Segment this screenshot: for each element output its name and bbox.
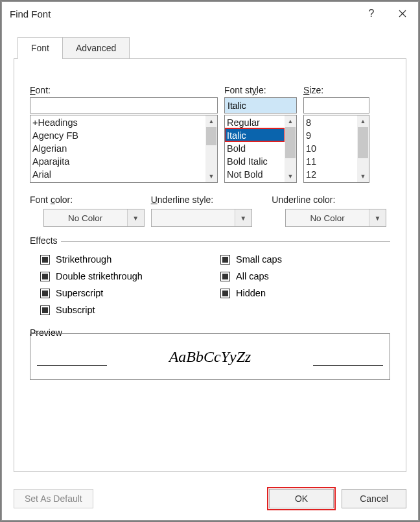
preview-sample: AaBbCcYyZz bbox=[169, 348, 251, 366]
effect-label: All caps bbox=[236, 271, 269, 281]
size-scrollbar[interactable]: ▲ ▼ bbox=[357, 115, 369, 182]
chevron-down-icon: ▼ bbox=[235, 209, 251, 226]
set-as-default-button[interactable]: Set As Default bbox=[14, 489, 93, 508]
list-item[interactable]: Arial bbox=[30, 167, 205, 180]
checkbox-icon bbox=[40, 272, 50, 281]
font-label: Font: bbox=[30, 85, 218, 95]
scroll-down-icon[interactable]: ▼ bbox=[285, 171, 296, 182]
checkbox-icon bbox=[40, 305, 50, 315]
size-input[interactable] bbox=[303, 97, 369, 113]
effect-label: Small caps bbox=[236, 254, 282, 265]
list-item[interactable]: Bold Italic bbox=[225, 154, 285, 167]
tab-panel-font: Font: +HeadingsAgency FBAlgerianAparajit… bbox=[14, 58, 406, 472]
underline-color-combo[interactable]: No Color ▼ bbox=[285, 209, 386, 227]
list-item[interactable]: Regular bbox=[225, 115, 285, 128]
font-color-label: Font color: bbox=[30, 195, 148, 205]
effect-label: Subscript bbox=[56, 305, 95, 315]
effect-label: Strikethrough bbox=[56, 254, 111, 265]
tab-advanced[interactable]: Advanced bbox=[62, 37, 130, 59]
underline-style-combo[interactable]: ▼ bbox=[151, 209, 252, 227]
list-item[interactable]: 8 bbox=[304, 115, 357, 128]
list-item[interactable]: Agency FB bbox=[30, 128, 205, 141]
font-style-label: Font style: bbox=[224, 85, 297, 95]
effect-checkbox[interactable]: Double strikethrough bbox=[40, 271, 210, 281]
font-list-items: +HeadingsAgency FBAlgerianAparajitaArial bbox=[30, 115, 205, 182]
scroll-thumb[interactable] bbox=[358, 127, 368, 158]
font-style-input[interactable] bbox=[224, 97, 297, 113]
size-list-items: 89101112 bbox=[304, 115, 357, 182]
scroll-up-icon[interactable]: ▲ bbox=[205, 115, 217, 127]
list-item[interactable]: Algerian bbox=[30, 141, 205, 154]
scroll-thumb[interactable] bbox=[285, 127, 296, 158]
effect-checkbox[interactable]: Subscript bbox=[40, 305, 210, 315]
dialog-title: Find Font bbox=[10, 8, 51, 19]
scroll-thumb[interactable] bbox=[206, 127, 216, 145]
scroll-up-icon[interactable]: ▲ bbox=[357, 115, 369, 127]
list-item[interactable]: Aparajita bbox=[30, 154, 205, 167]
checkbox-icon bbox=[40, 289, 50, 298]
tab-font[interactable]: Font bbox=[18, 37, 63, 59]
effects-col-left: StrikethroughDouble strikethroughSupersc… bbox=[30, 252, 210, 322]
dialog-footer: Set As Default OK Cancel bbox=[14, 489, 406, 508]
font-input[interactable] bbox=[30, 97, 218, 113]
effect-checkbox[interactable]: Strikethrough bbox=[40, 254, 210, 265]
scroll-down-icon[interactable]: ▼ bbox=[357, 171, 369, 182]
checkbox-icon bbox=[220, 255, 230, 265]
effect-checkbox[interactable]: Small caps bbox=[220, 254, 390, 265]
close-icon bbox=[399, 10, 406, 18]
effect-checkbox[interactable]: Superscript bbox=[40, 288, 210, 298]
font-color-value: No Color bbox=[44, 213, 127, 223]
find-font-dialog: Find Font ? Font Advanced Font: +Heading… bbox=[1, 1, 419, 521]
checkbox-icon bbox=[220, 289, 230, 298]
list-item[interactable]: 9 bbox=[304, 128, 357, 141]
effect-label: Hidden bbox=[236, 288, 266, 298]
effects-legend: Effects bbox=[30, 235, 61, 246]
tab-strip: Font Advanced bbox=[18, 37, 418, 59]
font-style-list-items: RegularItalicBoldBold ItalicNot Bold bbox=[225, 115, 285, 182]
font-scrollbar[interactable]: ▲ ▼ bbox=[205, 115, 217, 182]
chevron-down-icon: ▼ bbox=[127, 209, 144, 226]
list-item[interactable]: Bold bbox=[225, 141, 285, 154]
close-button[interactable] bbox=[387, 2, 418, 25]
font-style-listbox[interactable]: RegularItalicBoldBold ItalicNot Bold ▲ ▼ bbox=[224, 115, 297, 183]
font-color-combo[interactable]: No Color ▼ bbox=[43, 209, 145, 227]
list-item[interactable]: Not Bold bbox=[225, 167, 285, 180]
list-item[interactable]: 12 bbox=[304, 167, 357, 180]
checkbox-icon bbox=[220, 272, 230, 281]
size-listbox[interactable]: 89101112 ▲ ▼ bbox=[303, 115, 369, 183]
effect-checkbox[interactable]: All caps bbox=[220, 271, 390, 281]
underline-color-label: Underline color: bbox=[272, 195, 390, 205]
effect-label: Superscript bbox=[56, 288, 103, 298]
list-item[interactable]: 10 bbox=[304, 141, 357, 154]
underline-style-label: Underline style: bbox=[151, 195, 270, 205]
size-label: Size: bbox=[303, 85, 369, 95]
effect-checkbox[interactable]: Hidden bbox=[220, 288, 390, 298]
list-item[interactable]: Italic bbox=[225, 128, 285, 141]
checkbox-icon bbox=[40, 255, 50, 265]
list-item[interactable]: +Headings bbox=[30, 115, 205, 128]
help-button[interactable]: ? bbox=[356, 2, 387, 25]
font-listbox[interactable]: +HeadingsAgency FBAlgerianAparajitaArial… bbox=[30, 115, 218, 183]
preview-box: AaBbCcYyZz bbox=[30, 333, 390, 380]
style-scrollbar[interactable]: ▲ ▼ bbox=[285, 115, 296, 182]
scroll-up-icon[interactable]: ▲ bbox=[285, 115, 296, 127]
underline-color-value: No Color bbox=[286, 213, 369, 223]
titlebar: Find Font ? bbox=[2, 2, 418, 25]
tab-font-label: Font bbox=[31, 43, 49, 53]
ok-button[interactable]: OK bbox=[269, 489, 334, 508]
list-item[interactable]: 11 bbox=[304, 154, 357, 167]
chevron-down-icon: ▼ bbox=[369, 209, 386, 226]
cancel-button[interactable]: Cancel bbox=[342, 489, 406, 508]
scroll-down-icon[interactable]: ▼ bbox=[205, 171, 217, 182]
tab-advanced-label: Advanced bbox=[76, 43, 116, 53]
effect-label: Double strikethrough bbox=[56, 271, 143, 281]
effects-col-right: Small capsAll capsHidden bbox=[210, 252, 390, 322]
